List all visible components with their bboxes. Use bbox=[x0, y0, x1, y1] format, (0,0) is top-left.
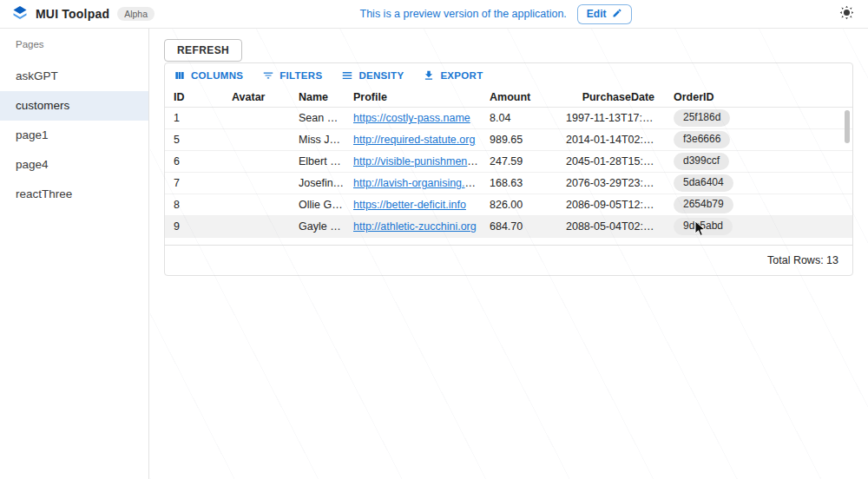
vertical-scrollbar[interactable] bbox=[845, 110, 850, 143]
pencil-icon bbox=[612, 8, 622, 21]
profile-link[interactable]: http://visible-punishment.net bbox=[353, 155, 489, 167]
cell-purchasedate: 1997-11-13T17:24:11.769Z bbox=[566, 112, 663, 124]
brand: MUI Toolpad Alpha bbox=[12, 6, 155, 22]
cell-orderid: d399ccf bbox=[663, 153, 852, 170]
cell-amount: 168.63 bbox=[490, 177, 566, 189]
top-header-bar: MUI Toolpad Alpha This is a preview vers… bbox=[0, 0, 868, 29]
cell-orderid: 2654b79 bbox=[663, 196, 852, 213]
cell-amount: 8.04 bbox=[490, 112, 566, 124]
cell-profile: https://costly-pass.name bbox=[353, 112, 490, 124]
preview-banner: This is a preview version of the applica… bbox=[360, 4, 632, 24]
cell-amount: 826.00 bbox=[490, 199, 566, 211]
column-header-profile[interactable]: Profile bbox=[353, 91, 490, 103]
columns-button[interactable]: COLUMNS bbox=[174, 69, 243, 82]
grid-footer: Total Rows: 13 bbox=[165, 245, 852, 275]
cell-purchasedate: 2014-01-14T02:37:28.536Z bbox=[566, 134, 663, 146]
filter-icon bbox=[262, 69, 274, 82]
mui-toolpad-logo-icon bbox=[12, 6, 28, 22]
order-id-chip[interactable]: d399ccf bbox=[674, 153, 729, 170]
cell-name: Gayle Den... bbox=[299, 220, 353, 233]
total-rows-label: Total Rows: 13 bbox=[767, 254, 838, 266]
sidebar-item-askgpt[interactable]: askGPT bbox=[0, 62, 148, 91]
order-id-chip[interactable]: 9dc5abd bbox=[674, 218, 733, 235]
cell-id: 9 bbox=[174, 220, 232, 233]
refresh-button[interactable]: REFRESH bbox=[164, 39, 242, 62]
column-header-purchasedate[interactable]: PurchaseDate bbox=[566, 91, 663, 103]
cell-orderid: 5da6404 bbox=[663, 174, 852, 192]
edit-button[interactable]: Edit bbox=[577, 4, 632, 24]
table-row[interactable]: 6 Elbert McL... http://visible-punishmen… bbox=[165, 151, 852, 173]
sidebar: Pages askGPT customers page1 page4 react… bbox=[0, 29, 149, 479]
columns-icon bbox=[174, 69, 186, 82]
profile-link[interactable]: https://costly-pass.name bbox=[353, 112, 470, 124]
column-header-avatar[interactable]: Avatar bbox=[232, 91, 299, 103]
table-row[interactable]: 5 Miss Juan ... http://required-statute.… bbox=[165, 129, 852, 151]
cell-id: 5 bbox=[174, 134, 232, 146]
profile-link[interactable]: http://lavish-organising.name bbox=[353, 177, 490, 189]
cell-profile: http://required-statute.org bbox=[353, 134, 490, 146]
cell-id: 8 bbox=[174, 199, 232, 211]
sidebar-item-customers[interactable]: customers bbox=[0, 91, 148, 121]
cell-purchasedate: 2076-03-29T23:51:07.968Z bbox=[566, 177, 663, 189]
cell-orderid: 25f186d bbox=[663, 109, 852, 127]
version-badge: Alpha bbox=[117, 7, 155, 22]
export-button[interactable]: EXPORT bbox=[423, 69, 483, 82]
download-icon bbox=[423, 69, 435, 82]
density-button[interactable]: DENSITY bbox=[341, 69, 404, 82]
cell-profile: http://lavish-organising.name bbox=[353, 177, 490, 189]
cell-profile: http://athletic-zucchini.org bbox=[353, 220, 490, 233]
cell-purchasedate: 2088-05-04T02:31:03.294Z bbox=[566, 220, 663, 233]
profile-link[interactable]: https://better-deficit.info bbox=[353, 199, 466, 211]
data-grid: COLUMNS FILTERS DENSITY bbox=[164, 62, 853, 276]
theme-toggle-button[interactable] bbox=[837, 4, 856, 23]
order-id-chip[interactable]: 2654b79 bbox=[674, 196, 733, 213]
cell-name: Miss Juan ... bbox=[299, 134, 353, 146]
cell-profile: http://visible-punishment.net bbox=[353, 155, 490, 167]
cell-amount: 247.59 bbox=[490, 155, 566, 167]
cell-id: 6 bbox=[174, 155, 232, 167]
column-header-orderid[interactable]: OrderID bbox=[663, 91, 852, 103]
cell-amount: 989.65 bbox=[490, 134, 566, 146]
cell-profile: https://better-deficit.info bbox=[353, 199, 490, 211]
column-header-name[interactable]: Name bbox=[299, 91, 353, 103]
profile-link[interactable]: http://required-statute.org bbox=[353, 134, 475, 146]
table-row[interactable]: 9 Gayle Den... http://athletic-zucchini.… bbox=[165, 216, 852, 238]
profile-link[interactable]: http://athletic-zucchini.org bbox=[353, 220, 477, 233]
sidebar-item-page4[interactable]: page4 bbox=[0, 150, 148, 180]
table-row[interactable]: 7 Josefina P... http://lavish-organising… bbox=[165, 173, 852, 194]
cell-id: 1 bbox=[174, 112, 232, 124]
column-header-id[interactable]: ID bbox=[174, 91, 232, 103]
grid-toolbar: COLUMNS FILTERS DENSITY bbox=[165, 63, 852, 87]
cell-name: Elbert McL... bbox=[299, 155, 353, 167]
order-id-chip[interactable]: 25f186d bbox=[674, 109, 730, 127]
app-window: MUI Toolpad Alpha This is a preview vers… bbox=[0, 0, 868, 479]
sun-icon bbox=[839, 5, 854, 23]
order-id-chip[interactable]: 5da6404 bbox=[674, 174, 733, 192]
preview-message: This is a preview version of the applica… bbox=[360, 8, 567, 20]
app-title: MUI Toolpad bbox=[36, 7, 109, 21]
main-content: REFRESH COLUMNS FILTERS bbox=[150, 29, 868, 479]
cell-purchasedate: 2086-09-05T12:37:27.015Z bbox=[566, 199, 663, 211]
export-button-label: EXPORT bbox=[440, 70, 483, 81]
cell-name: Sean Harris bbox=[299, 112, 353, 124]
order-id-chip[interactable]: f3e6666 bbox=[674, 131, 730, 148]
density-button-label: DENSITY bbox=[358, 70, 404, 81]
cell-purchasedate: 2045-01-28T15:40:06.325Z bbox=[566, 155, 663, 167]
sidebar-item-page1[interactable]: page1 bbox=[0, 121, 148, 150]
columns-button-label: COLUMNS bbox=[191, 70, 243, 81]
table-row[interactable]: 8 Ollie Green... https://better-deficit.… bbox=[165, 194, 852, 216]
cell-id: 7 bbox=[174, 177, 232, 189]
grid-header-row: ID Avatar Name Profile Amount PurchaseDa… bbox=[165, 87, 852, 108]
cell-orderid: f3e6666 bbox=[663, 131, 852, 148]
cell-name: Josefina P... bbox=[299, 177, 353, 189]
grid-empty-space bbox=[165, 238, 852, 245]
column-header-amount[interactable]: Amount bbox=[490, 91, 566, 103]
sidebar-section-label: Pages bbox=[0, 29, 148, 62]
cell-orderid: 9dc5abd bbox=[663, 218, 852, 235]
cell-name: Ollie Green... bbox=[299, 199, 353, 211]
table-row[interactable]: 1 Sean Harris https://costly-pass.name 8… bbox=[165, 108, 852, 129]
edit-button-label: Edit bbox=[587, 8, 607, 20]
cell-amount: 684.70 bbox=[490, 220, 566, 233]
filters-button[interactable]: FILTERS bbox=[262, 69, 322, 82]
sidebar-item-reactthree[interactable]: reactThree bbox=[0, 180, 148, 209]
